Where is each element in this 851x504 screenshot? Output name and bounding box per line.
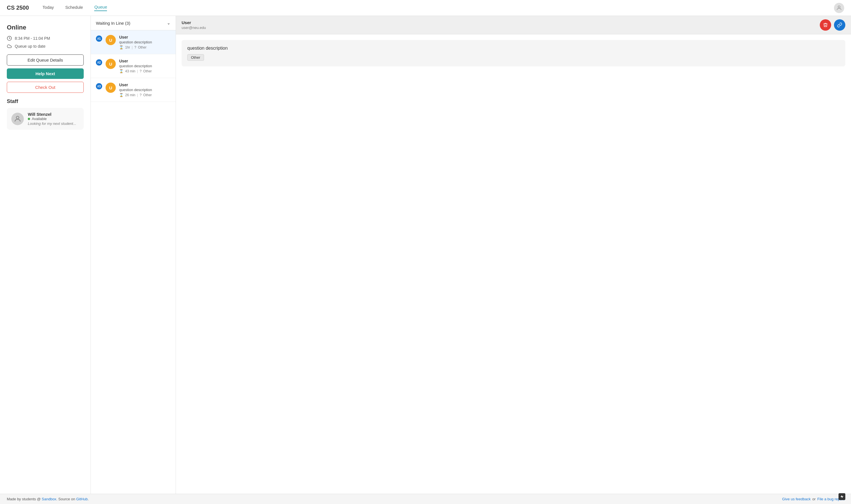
queue-avatar-2: U	[106, 59, 116, 69]
queue-item-content-1: User question description ⌛ 1hr | ? Othe…	[119, 35, 170, 49]
lightning-icon	[840, 494, 844, 499]
queue-item-name-1: User	[119, 35, 170, 39]
footer-right: Give us feedback or File a bug report	[782, 497, 844, 501]
sandbox-link[interactable]: Sandbox	[42, 497, 56, 501]
queue-item-1[interactable]: #1 U User question description ⌛ 1hr | ?…	[91, 30, 176, 54]
nav-schedule[interactable]: Schedule	[65, 5, 83, 11]
time-range: 8:34 PM - 11:04 PM	[15, 36, 50, 40]
detail-panel: User user@neu.edu	[176, 16, 851, 494]
online-title: Online	[7, 24, 84, 31]
detail-question-box: question description Other	[182, 40, 845, 67]
queue-item-category-2: Other	[143, 69, 152, 73]
time-range-row: 8:34 PM - 11:04 PM	[7, 36, 84, 41]
queue-item-meta-1: ⌛ 1hr | ? Other	[119, 46, 170, 49]
queue-item-3[interactable]: #3 U User question description ⌛ 26 min …	[91, 78, 176, 102]
hourglass-icon-1: ⌛	[119, 46, 123, 49]
queue-item-time-3: 26 min	[125, 93, 135, 97]
app-title: CS 2500	[7, 4, 29, 11]
queue-item-category-1: Other	[138, 46, 146, 49]
top-nav: CS 2500 Today Schedule Queue	[0, 0, 851, 16]
nav-queue[interactable]: Queue	[94, 4, 107, 11]
edit-queue-button[interactable]: Edit Queue Details	[7, 54, 84, 66]
check-out-button[interactable]: Check Out	[7, 82, 84, 93]
queue-badge-3: #3	[96, 83, 102, 89]
footer-source-text: . Source on	[56, 497, 76, 501]
question-icon-1: ?	[134, 46, 136, 49]
queue-item-meta-2: ⌛ 43 min | ? Other	[119, 69, 170, 73]
hourglass-icon-3: ⌛	[119, 93, 123, 97]
user-avatar[interactable]	[834, 3, 844, 13]
help-next-button[interactable]: Help Next	[7, 68, 84, 79]
nav-today[interactable]: Today	[42, 5, 54, 11]
queue-item-category-3: Other	[143, 93, 152, 97]
queue-item-2[interactable]: #2 U User question description ⌛ 43 min …	[91, 54, 176, 78]
staff-title: Staff	[7, 98, 84, 104]
lightning-button[interactable]	[838, 493, 845, 500]
sidebar: Online 8:34 PM - 11:04 PM Queue up to da…	[0, 16, 91, 494]
detail-header-info: User user@neu.edu	[182, 20, 206, 30]
hourglass-icon-2: ⌛	[119, 69, 123, 73]
staff-avatar	[11, 113, 24, 125]
trash-icon	[823, 22, 828, 28]
nav-links: Today Schedule Queue	[42, 4, 107, 11]
detail-question-text: question description	[187, 46, 840, 51]
queue-header-label: Waiting In Line (3)	[96, 21, 130, 25]
chevron-down-icon[interactable]: ⌄	[167, 20, 170, 25]
detail-header: User user@neu.edu	[176, 16, 851, 34]
queue-avatar-3: U	[106, 83, 116, 93]
feedback-link[interactable]: Give us feedback	[782, 497, 811, 501]
queue-status: Queue up to date	[15, 44, 46, 49]
footer-left-text: Made by students @	[7, 497, 42, 501]
link-icon	[837, 22, 842, 28]
question-icon-2: ?	[140, 69, 142, 73]
staff-note: Looking for my next student...	[28, 122, 76, 126]
footer-left: Made by students @ Sandbox. Source on Gi…	[7, 497, 89, 501]
queue-avatar-1: U	[106, 35, 116, 45]
queue-item-desc-2: question description	[119, 64, 170, 68]
svg-point-2	[16, 116, 19, 119]
detail-user-name: User	[182, 20, 206, 25]
queue-list: #1 U User question description ⌛ 1hr | ?…	[91, 30, 176, 494]
footer-or-text: or	[812, 497, 816, 501]
staff-name: Will Stenzel	[28, 112, 76, 116]
github-link[interactable]: GitHub	[76, 497, 87, 501]
staff-info: Will Stenzel Available Looking for my ne…	[28, 112, 76, 126]
detail-tag: Other	[187, 54, 204, 61]
queue-item-time-1: 1hr	[125, 46, 130, 49]
detail-user-email: user@neu.edu	[182, 25, 206, 30]
question-icon-3: ?	[140, 93, 142, 97]
detail-body: question description Other	[176, 34, 851, 494]
queue-item-content-2: User question description ⌛ 43 min | ? O…	[119, 59, 170, 73]
queue-panel: Waiting In Line (3) ⌄ #1 U User question…	[91, 16, 176, 494]
delete-button[interactable]	[820, 19, 831, 31]
svg-point-0	[838, 6, 840, 8]
staff-person-icon	[14, 115, 22, 123]
detail-header-actions	[820, 19, 845, 31]
queue-item-name-2: User	[119, 59, 170, 63]
queue-item-name-3: User	[119, 83, 170, 87]
main-layout: Online 8:34 PM - 11:04 PM Queue up to da…	[0, 16, 851, 494]
person-icon	[836, 5, 842, 11]
queue-badge-2: #2	[96, 59, 102, 66]
staff-card: Will Stenzel Available Looking for my ne…	[7, 108, 84, 130]
queue-item-time-2: 43 min	[125, 69, 135, 73]
queue-item-meta-3: ⌛ 26 min | ? Other	[119, 93, 170, 97]
staff-status: Available	[28, 116, 76, 121]
queue-header: Waiting In Line (3) ⌄	[91, 16, 176, 30]
queue-item-desc-3: question description	[119, 88, 170, 92]
svg-marker-3	[840, 495, 844, 498]
queue-item-desc-1: question description	[119, 40, 170, 44]
staff-status-label: Available	[32, 116, 47, 121]
footer: Made by students @ Sandbox. Source on Gi…	[0, 494, 851, 504]
queue-badge-1: #1	[96, 35, 102, 42]
queue-status-row: Queue up to date	[7, 44, 84, 49]
staff-status-dot	[28, 118, 30, 120]
clock-icon	[7, 36, 12, 41]
link-button[interactable]	[834, 19, 845, 31]
queue-item-content-3: User question description ⌛ 26 min | ? O…	[119, 83, 170, 97]
cloud-icon	[7, 44, 12, 49]
footer-period: .	[88, 497, 89, 501]
